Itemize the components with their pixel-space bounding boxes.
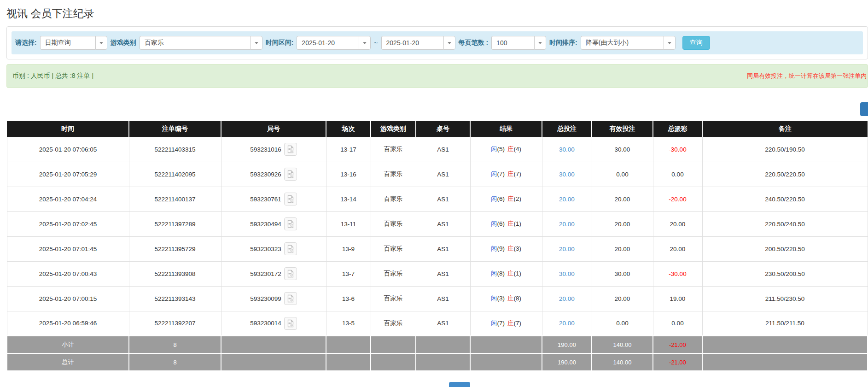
cell-valid-bet: 20.00	[592, 211, 653, 236]
page-size-input[interactable]	[491, 36, 534, 50]
total-bet-link[interactable]: 20.00	[559, 196, 575, 203]
valid-bet-note: 同局有效投注，统一计算在该局第一张注单内	[747, 72, 867, 80]
cell-game-type: 百家乐	[371, 211, 416, 236]
cell-table-no: AS1	[416, 137, 470, 162]
total-bet-link[interactable]: 30.00	[559, 146, 575, 153]
cell-result: 闲(8)庄(1)	[470, 261, 542, 286]
chevron-down-icon	[99, 42, 103, 44]
result-banker-points: (3)	[514, 245, 522, 252]
cell-time: 2025-01-20 07:00:43	[7, 261, 129, 286]
total-bet-link[interactable]: 20.00	[559, 221, 575, 228]
summary-bar: 币别 : 人民币 | 总共 :8 注单 | 同局有效投注，统一计算在该局第一张注…	[6, 64, 868, 88]
column-header-4: 游戏类别	[371, 121, 416, 137]
cell-payout: 0.00	[653, 162, 702, 187]
column-header-5: 桌号	[416, 121, 470, 137]
video-replay-button[interactable]	[284, 317, 297, 330]
result-banker-label: 庄	[507, 270, 514, 277]
cell-remark: 220.50/190.50	[702, 137, 868, 162]
query-type-combobox	[40, 36, 107, 50]
query-type-caret-button[interactable]	[95, 36, 107, 50]
cell-result: 闲(3)庄(8)	[470, 286, 542, 311]
cell-payout: -30.00	[653, 137, 702, 162]
cell-valid-bet: 30.00	[592, 137, 653, 162]
round-id-text: 593230323	[250, 246, 281, 252]
pagination-page-button[interactable]	[449, 382, 470, 387]
cell-result: 闲(9)庄(3)	[470, 236, 542, 261]
cell-session: 13-17	[326, 137, 371, 162]
result-banker-points: (1)	[514, 270, 522, 277]
cell-total-bet: 20.00	[542, 187, 592, 211]
table-row: 2025-01-20 07:02:45 522211397289 5932304…	[7, 211, 868, 236]
page-size-caret-button[interactable]	[534, 36, 546, 50]
cell-time: 2025-01-20 07:05:29	[7, 162, 129, 187]
total-bet-link[interactable]: 20.00	[559, 320, 575, 327]
cell-valid-bet: 0.00	[592, 162, 653, 187]
video-replay-button[interactable]	[284, 217, 297, 230]
chevron-down-icon	[363, 42, 367, 44]
query-type-input[interactable]	[40, 36, 95, 50]
cell-round-id: 593230323	[221, 236, 326, 261]
column-header-1: 注单编号	[129, 121, 221, 137]
date-to-caret-button[interactable]	[443, 36, 455, 50]
column-header-3: 场次	[326, 121, 371, 137]
cell-time: 2025-01-20 07:02:45	[7, 211, 129, 236]
result-player-label: 闲	[491, 170, 497, 177]
cell-total-bet: 30.00	[542, 261, 592, 286]
video-file-icon	[286, 294, 295, 303]
cell-bet-id: 522211395729	[129, 236, 221, 261]
video-replay-button[interactable]	[284, 193, 297, 205]
date-to-input[interactable]	[381, 36, 443, 50]
cell-remark: 211.50/211.50	[702, 311, 868, 336]
result-player-points: (7)	[497, 170, 505, 177]
table-row: 2025-01-20 07:06:05 522211403315 5932310…	[7, 137, 868, 162]
date-from-input[interactable]	[297, 36, 359, 50]
total-bet-link[interactable]: 30.00	[559, 171, 575, 178]
total-bet-link[interactable]: 30.00	[559, 270, 575, 277]
edge-cropped-button[interactable]	[860, 102, 868, 116]
cell-time: 2025-01-20 07:00:15	[7, 286, 129, 311]
cell-session: 13-7	[326, 261, 371, 286]
round-id-text: 593230926	[250, 171, 281, 178]
video-file-icon	[286, 145, 295, 153]
video-replay-button[interactable]	[284, 168, 297, 181]
result-player-label: 闲	[491, 220, 497, 227]
time-sort-caret-button[interactable]	[664, 36, 676, 50]
result-banker-label: 庄	[507, 220, 514, 227]
subtotal-row: 小计 8 190.00 140.00 -21.00	[7, 336, 868, 353]
video-replay-button[interactable]	[284, 267, 297, 280]
total-bet-link[interactable]: 20.00	[559, 295, 575, 302]
game-type-input[interactable]	[140, 36, 250, 50]
cell-valid-bet: 20.00	[592, 236, 653, 261]
cell-game-type: 百家乐	[371, 286, 416, 311]
video-replay-button[interactable]	[284, 292, 297, 305]
round-id-text: 593230172	[250, 270, 281, 277]
total-label: 总计	[7, 353, 129, 371]
cell-result: 闲(5)庄(4)	[470, 137, 542, 162]
cell-bet-id: 522211392207	[129, 311, 221, 336]
video-replay-button[interactable]	[284, 143, 297, 156]
time-sort-combobox	[581, 36, 676, 50]
subtotal-valid-bet: 140.00	[592, 336, 653, 353]
result-banker-label: 庄	[507, 170, 514, 177]
column-header-6: 结果	[470, 121, 542, 137]
chevron-down-icon	[538, 42, 542, 44]
game-type-label: 游戏类别	[111, 39, 136, 47]
table-row: 2025-01-20 07:05:29 522211402095 5932309…	[7, 162, 868, 187]
game-type-combobox	[140, 36, 262, 50]
cell-table-no: AS1	[416, 211, 470, 236]
result-player-points: (9)	[497, 245, 505, 252]
date-from-caret-button[interactable]	[359, 36, 371, 50]
cell-total-bet: 30.00	[542, 162, 592, 187]
video-file-icon	[286, 170, 295, 178]
filter-bar: 请选择: 游戏类别 时间区间: ~ 每页笔数 : 时间排序: 查	[12, 31, 863, 54]
cell-round-id: 593230014	[221, 311, 326, 336]
table-row: 2025-01-20 07:00:43 522211393908 5932301…	[7, 261, 868, 286]
time-sort-input[interactable]	[581, 36, 664, 50]
table-row: 2025-01-20 07:01:45 522211395729 5932303…	[7, 236, 868, 261]
total-bet-link[interactable]: 20.00	[559, 246, 575, 252]
video-replay-button[interactable]	[284, 242, 297, 255]
cell-table-no: AS1	[416, 286, 470, 311]
game-type-caret-button[interactable]	[250, 36, 262, 50]
cell-table-no: AS1	[416, 187, 470, 211]
search-button[interactable]: 查询	[682, 36, 710, 50]
